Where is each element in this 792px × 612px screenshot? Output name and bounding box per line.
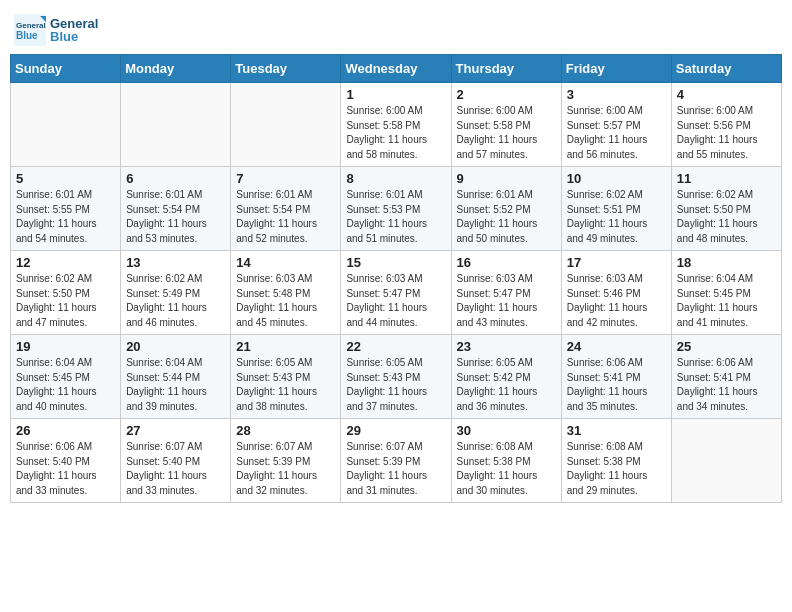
calendar-cell: 11Sunrise: 6:02 AM Sunset: 5:50 PM Dayli… xyxy=(671,167,781,251)
calendar-cell: 16Sunrise: 6:03 AM Sunset: 5:47 PM Dayli… xyxy=(451,251,561,335)
calendar-cell: 3Sunrise: 6:00 AM Sunset: 5:57 PM Daylig… xyxy=(561,83,671,167)
calendar-cell xyxy=(671,419,781,503)
calendar-cell: 28Sunrise: 6:07 AM Sunset: 5:39 PM Dayli… xyxy=(231,419,341,503)
day-number: 4 xyxy=(677,87,776,102)
day-number: 30 xyxy=(457,423,556,438)
svg-text:General: General xyxy=(16,21,46,30)
day-number: 16 xyxy=(457,255,556,270)
calendar-cell: 9Sunrise: 6:01 AM Sunset: 5:52 PM Daylig… xyxy=(451,167,561,251)
calendar-cell: 25Sunrise: 6:06 AM Sunset: 5:41 PM Dayli… xyxy=(671,335,781,419)
day-number: 28 xyxy=(236,423,335,438)
day-info: Sunrise: 6:06 AM Sunset: 5:41 PM Dayligh… xyxy=(567,356,666,414)
day-info: Sunrise: 6:06 AM Sunset: 5:40 PM Dayligh… xyxy=(16,440,115,498)
day-info: Sunrise: 6:08 AM Sunset: 5:38 PM Dayligh… xyxy=(567,440,666,498)
calendar-cell xyxy=(231,83,341,167)
calendar-cell: 20Sunrise: 6:04 AM Sunset: 5:44 PM Dayli… xyxy=(121,335,231,419)
day-number: 7 xyxy=(236,171,335,186)
day-info: Sunrise: 6:01 AM Sunset: 5:54 PM Dayligh… xyxy=(126,188,225,246)
weekday-header-thursday: Thursday xyxy=(451,55,561,83)
day-info: Sunrise: 6:02 AM Sunset: 5:49 PM Dayligh… xyxy=(126,272,225,330)
calendar-cell: 22Sunrise: 6:05 AM Sunset: 5:43 PM Dayli… xyxy=(341,335,451,419)
day-info: Sunrise: 6:00 AM Sunset: 5:58 PM Dayligh… xyxy=(457,104,556,162)
calendar-cell: 13Sunrise: 6:02 AM Sunset: 5:49 PM Dayli… xyxy=(121,251,231,335)
day-info: Sunrise: 6:04 AM Sunset: 5:44 PM Dayligh… xyxy=(126,356,225,414)
calendar-cell: 2Sunrise: 6:00 AM Sunset: 5:58 PM Daylig… xyxy=(451,83,561,167)
weekday-header-sunday: Sunday xyxy=(11,55,121,83)
calendar-cell: 29Sunrise: 6:07 AM Sunset: 5:39 PM Dayli… xyxy=(341,419,451,503)
day-number: 24 xyxy=(567,339,666,354)
day-info: Sunrise: 6:00 AM Sunset: 5:56 PM Dayligh… xyxy=(677,104,776,162)
weekday-header-saturday: Saturday xyxy=(671,55,781,83)
page-header: General Blue General Blue xyxy=(10,10,782,46)
calendar-cell: 4Sunrise: 6:00 AM Sunset: 5:56 PM Daylig… xyxy=(671,83,781,167)
day-number: 29 xyxy=(346,423,445,438)
day-info: Sunrise: 6:06 AM Sunset: 5:41 PM Dayligh… xyxy=(677,356,776,414)
calendar-cell: 31Sunrise: 6:08 AM Sunset: 5:38 PM Dayli… xyxy=(561,419,671,503)
calendar-cell: 23Sunrise: 6:05 AM Sunset: 5:42 PM Dayli… xyxy=(451,335,561,419)
calendar-cell: 26Sunrise: 6:06 AM Sunset: 5:40 PM Dayli… xyxy=(11,419,121,503)
day-info: Sunrise: 6:08 AM Sunset: 5:38 PM Dayligh… xyxy=(457,440,556,498)
calendar-cell xyxy=(121,83,231,167)
day-number: 5 xyxy=(16,171,115,186)
day-info: Sunrise: 6:00 AM Sunset: 5:58 PM Dayligh… xyxy=(346,104,445,162)
day-info: Sunrise: 6:05 AM Sunset: 5:43 PM Dayligh… xyxy=(346,356,445,414)
day-number: 1 xyxy=(346,87,445,102)
day-info: Sunrise: 6:07 AM Sunset: 5:40 PM Dayligh… xyxy=(126,440,225,498)
calendar-table: SundayMondayTuesdayWednesdayThursdayFrid… xyxy=(10,54,782,503)
day-number: 22 xyxy=(346,339,445,354)
calendar-week-1: 5Sunrise: 6:01 AM Sunset: 5:55 PM Daylig… xyxy=(11,167,782,251)
day-info: Sunrise: 6:02 AM Sunset: 5:51 PM Dayligh… xyxy=(567,188,666,246)
day-number: 3 xyxy=(567,87,666,102)
calendar-cell: 27Sunrise: 6:07 AM Sunset: 5:40 PM Dayli… xyxy=(121,419,231,503)
calendar-cell: 19Sunrise: 6:04 AM Sunset: 5:45 PM Dayli… xyxy=(11,335,121,419)
day-number: 13 xyxy=(126,255,225,270)
day-info: Sunrise: 6:03 AM Sunset: 5:46 PM Dayligh… xyxy=(567,272,666,330)
day-info: Sunrise: 6:04 AM Sunset: 5:45 PM Dayligh… xyxy=(677,272,776,330)
day-number: 9 xyxy=(457,171,556,186)
calendar-cell: 8Sunrise: 6:01 AM Sunset: 5:53 PM Daylig… xyxy=(341,167,451,251)
calendar-cell: 21Sunrise: 6:05 AM Sunset: 5:43 PM Dayli… xyxy=(231,335,341,419)
calendar-week-0: 1Sunrise: 6:00 AM Sunset: 5:58 PM Daylig… xyxy=(11,83,782,167)
day-number: 20 xyxy=(126,339,225,354)
svg-text:Blue: Blue xyxy=(16,30,38,41)
calendar-week-4: 26Sunrise: 6:06 AM Sunset: 5:40 PM Dayli… xyxy=(11,419,782,503)
day-number: 14 xyxy=(236,255,335,270)
calendar-cell: 14Sunrise: 6:03 AM Sunset: 5:48 PM Dayli… xyxy=(231,251,341,335)
day-number: 8 xyxy=(346,171,445,186)
day-info: Sunrise: 6:05 AM Sunset: 5:43 PM Dayligh… xyxy=(236,356,335,414)
calendar-header-row: SundayMondayTuesdayWednesdayThursdayFrid… xyxy=(11,55,782,83)
day-number: 6 xyxy=(126,171,225,186)
calendar-cell: 30Sunrise: 6:08 AM Sunset: 5:38 PM Dayli… xyxy=(451,419,561,503)
day-info: Sunrise: 6:01 AM Sunset: 5:55 PM Dayligh… xyxy=(16,188,115,246)
weekday-header-tuesday: Tuesday xyxy=(231,55,341,83)
day-info: Sunrise: 6:01 AM Sunset: 5:54 PM Dayligh… xyxy=(236,188,335,246)
day-number: 27 xyxy=(126,423,225,438)
day-info: Sunrise: 6:01 AM Sunset: 5:52 PM Dayligh… xyxy=(457,188,556,246)
weekday-header-wednesday: Wednesday xyxy=(341,55,451,83)
day-number: 21 xyxy=(236,339,335,354)
calendar-cell: 10Sunrise: 6:02 AM Sunset: 5:51 PM Dayli… xyxy=(561,167,671,251)
day-info: Sunrise: 6:02 AM Sunset: 5:50 PM Dayligh… xyxy=(16,272,115,330)
day-info: Sunrise: 6:04 AM Sunset: 5:45 PM Dayligh… xyxy=(16,356,115,414)
logo: General Blue General Blue xyxy=(14,10,98,46)
day-number: 23 xyxy=(457,339,556,354)
calendar-cell: 5Sunrise: 6:01 AM Sunset: 5:55 PM Daylig… xyxy=(11,167,121,251)
calendar-cell: 12Sunrise: 6:02 AM Sunset: 5:50 PM Dayli… xyxy=(11,251,121,335)
day-number: 11 xyxy=(677,171,776,186)
day-number: 17 xyxy=(567,255,666,270)
calendar-cell: 7Sunrise: 6:01 AM Sunset: 5:54 PM Daylig… xyxy=(231,167,341,251)
day-info: Sunrise: 6:01 AM Sunset: 5:53 PM Dayligh… xyxy=(346,188,445,246)
calendar-week-2: 12Sunrise: 6:02 AM Sunset: 5:50 PM Dayli… xyxy=(11,251,782,335)
calendar-cell: 17Sunrise: 6:03 AM Sunset: 5:46 PM Dayli… xyxy=(561,251,671,335)
calendar-cell: 6Sunrise: 6:01 AM Sunset: 5:54 PM Daylig… xyxy=(121,167,231,251)
day-info: Sunrise: 6:05 AM Sunset: 5:42 PM Dayligh… xyxy=(457,356,556,414)
day-info: Sunrise: 6:00 AM Sunset: 5:57 PM Dayligh… xyxy=(567,104,666,162)
day-info: Sunrise: 6:03 AM Sunset: 5:47 PM Dayligh… xyxy=(457,272,556,330)
day-info: Sunrise: 6:07 AM Sunset: 5:39 PM Dayligh… xyxy=(346,440,445,498)
weekday-header-friday: Friday xyxy=(561,55,671,83)
day-number: 25 xyxy=(677,339,776,354)
day-number: 2 xyxy=(457,87,556,102)
day-info: Sunrise: 6:07 AM Sunset: 5:39 PM Dayligh… xyxy=(236,440,335,498)
calendar-cell: 15Sunrise: 6:03 AM Sunset: 5:47 PM Dayli… xyxy=(341,251,451,335)
calendar-cell: 24Sunrise: 6:06 AM Sunset: 5:41 PM Dayli… xyxy=(561,335,671,419)
